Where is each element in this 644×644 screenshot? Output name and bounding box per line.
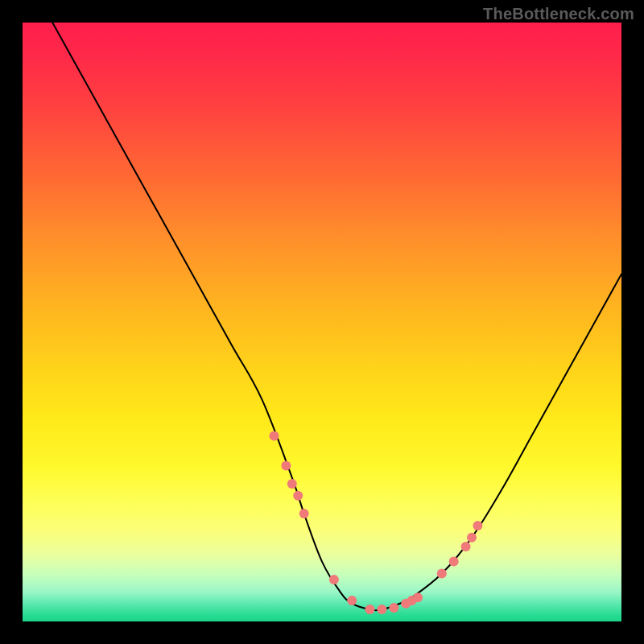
highlight-dot [293, 491, 303, 501]
highlight-dot [413, 592, 423, 602]
chart-stage: TheBottleneck.com [0, 0, 644, 644]
highlight-dot [347, 596, 357, 605]
highlight-dot [299, 509, 309, 518]
highlight-dot [467, 533, 477, 543]
highlight-dot [389, 603, 398, 613]
highlight-dot [270, 431, 279, 440]
highlight-dot [287, 479, 297, 489]
highlight-dot [377, 605, 386, 614]
highlight-dot [281, 461, 291, 471]
bottleneck-curve [52, 23, 621, 610]
plot-area [23, 23, 621, 621]
highlight-dot [329, 575, 339, 584]
highlight-dot [461, 542, 471, 551]
highlight-dot [365, 605, 375, 614]
curve-layer [23, 23, 621, 621]
highlight-dot [437, 569, 447, 579]
highlight-dots [270, 431, 483, 614]
highlight-dot [449, 557, 459, 567]
watermark-text: TheBottleneck.com [483, 5, 634, 23]
highlight-dot [473, 521, 482, 530]
